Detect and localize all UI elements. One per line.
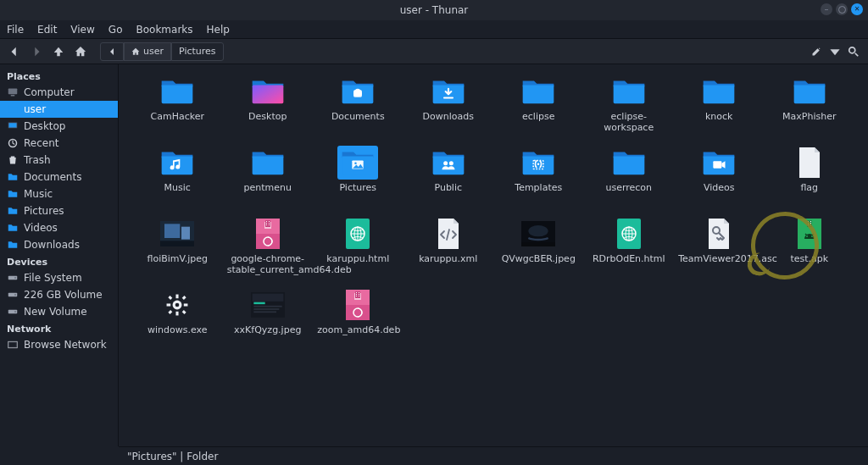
dropdown-button[interactable] [829,42,841,61]
sidebar-item-documents[interactable]: Documents [0,169,118,185]
menu-bookmarks[interactable]: Bookmarks [136,24,192,36]
sidebar-item-label: File System [24,272,82,284]
folder-icon: T [518,146,559,180]
file-item-pentmenu[interactable]: pentmenu [226,144,310,210]
sidebar-item-file-system[interactable]: File System [0,269,118,286]
path-back-chevron[interactable] [100,42,124,61]
file-item-karuppu-xml[interactable]: karuppu.xml [407,215,491,281]
file-item-maxphisher[interactable]: MaxPhisher [768,73,852,139]
svg-rect-63 [252,294,283,302]
folder-icon [248,146,288,180]
file-view[interactable]: CamHackerDesktopDocumentsDownloadseclips… [119,64,868,446]
path-segment-pictures[interactable]: Pictures [171,42,224,61]
file-item-videos[interactable]: Videos [677,144,761,210]
sidebar-item-pictures[interactable]: Pictures [0,202,118,219]
folder-icon [248,75,288,108]
file-item-userrecon[interactable]: userrecon [587,144,671,210]
file-item-eclipse-workspace[interactable]: eclipse-workspace [587,73,671,139]
svg-rect-43 [521,242,555,246]
menu-help[interactable]: Help [207,24,230,36]
file-item-label: karuppu.xml [419,254,477,265]
maximize-button[interactable] [836,3,848,15]
path-segment-user[interactable]: user [124,42,171,61]
file-item-karuppu-html[interactable]: karuppu.html [316,215,400,281]
svg-point-42 [529,225,548,236]
menu-file[interactable]: File [7,24,24,36]
edit-path-button[interactable] [807,42,826,61]
menu-view[interactable]: View [70,24,94,36]
file-item-public[interactable]: Public [407,144,491,210]
svg-rect-2 [11,95,15,97]
sidebar-item-trash[interactable]: Trash [0,152,118,169]
window-title: user - Thunar [400,4,469,16]
sidebar-item-music[interactable]: Music [0,185,118,202]
file-item-eclipse[interactable]: eclipse [497,73,581,139]
file-item-zoom-amd64-deb[interactable]: zoom_amd64.deb [316,286,400,352]
file-item-pictures[interactable]: Pictures [316,144,400,210]
menu-edit[interactable]: Edit [37,24,57,36]
sidebar-item-new-volume[interactable]: New Volume [0,303,118,320]
computer-icon [7,86,19,98]
file-item-xxkfqyzg-jpeg[interactable]: xxKfQyzg.jpeg [226,286,310,352]
sidebar-item-label: Trash [24,154,51,166]
file-item-label: Videos [704,183,735,194]
file-item-label: zoom_amd64.deb [317,325,398,336]
svg-point-7 [14,277,16,279]
svg-rect-54 [176,312,179,316]
file-item-label: Desktop [248,112,287,123]
svg-point-28 [537,163,540,165]
file-item-knock[interactable]: knock [677,73,761,139]
file-item-label: eclipse-workspace [588,112,670,133]
sidebar-item-desktop[interactable]: Desktop [0,118,118,135]
file-item-label: karuppu.html [326,254,389,265]
sidebar-item-226-gb-volume[interactable]: 226 GB Volume [0,286,118,303]
file-item-teamviewer2017-asc[interactable]: TeamViewer2017.asc [677,215,761,281]
file-icon [337,217,378,251]
file-icon [789,217,830,251]
folder-icon [428,75,469,108]
sidebar-item-recent[interactable]: Recent [0,135,118,152]
menu-go[interactable]: Go [108,24,123,36]
recent-icon [7,137,19,149]
forward-button[interactable] [27,42,46,61]
svg-rect-32 [181,227,190,240]
folder-blue-icon [7,222,19,234]
sidebar-item-browse-network[interactable]: Browse Network [0,336,118,353]
folder-icon [337,146,378,180]
search-button[interactable] [844,42,863,61]
svg-point-11 [14,311,16,313]
file-item-label: Downloads [423,112,474,123]
sidebar-item-computer[interactable]: Computer [0,84,118,101]
file-item-label: Documents [331,112,385,123]
file-item-templates[interactable]: TTemplates [497,144,581,210]
file-item-flag[interactable]: flag [768,144,852,210]
file-item-floibimv-jpeg[interactable]: floiBimV.jpeg [136,215,220,281]
file-item-windows-exe[interactable]: windows.exe [136,286,220,352]
svg-rect-56 [184,303,188,306]
file-item-desktop[interactable]: Desktop [226,73,310,139]
sidebar-item-label: Browse Network [24,339,107,351]
sidebar-item-downloads[interactable]: Downloads [0,236,118,253]
file-item-label: RDrbOdEn.html [593,254,665,265]
file-item-test-apk[interactable]: test.apk [768,215,852,281]
file-item-downloads[interactable]: Downloads [407,73,491,139]
file-item-rdrboden-html[interactable]: RDrbOdEn.html [587,215,671,281]
sidebar-item-videos[interactable]: Videos [0,219,118,236]
folder-icon [337,75,378,108]
file-item-google-chrome-stable-current-amd64-deb[interactable]: google-chrome-stable_current_amd64.deb [226,215,310,281]
home-button[interactable] [71,42,90,61]
file-item-label: userrecon [605,183,652,194]
minimize-button[interactable] [821,3,832,15]
sidebar-item-label: Pictures [24,205,64,217]
file-item-documents[interactable]: Documents [316,73,400,139]
close-button[interactable] [851,3,863,15]
up-button[interactable] [49,42,68,61]
svg-rect-67 [253,312,276,313]
back-button[interactable] [5,42,24,61]
file-item-qvwgcber-jpeg[interactable]: QVwgcBER.jpeg [497,215,581,281]
sidebar-item-user[interactable]: user [0,101,118,118]
file-item-camhacker[interactable]: CamHacker [136,73,220,139]
drive-icon [7,272,19,284]
file-item-label: TeamViewer2017.asc [678,254,760,265]
file-item-music[interactable]: Music [136,144,220,210]
